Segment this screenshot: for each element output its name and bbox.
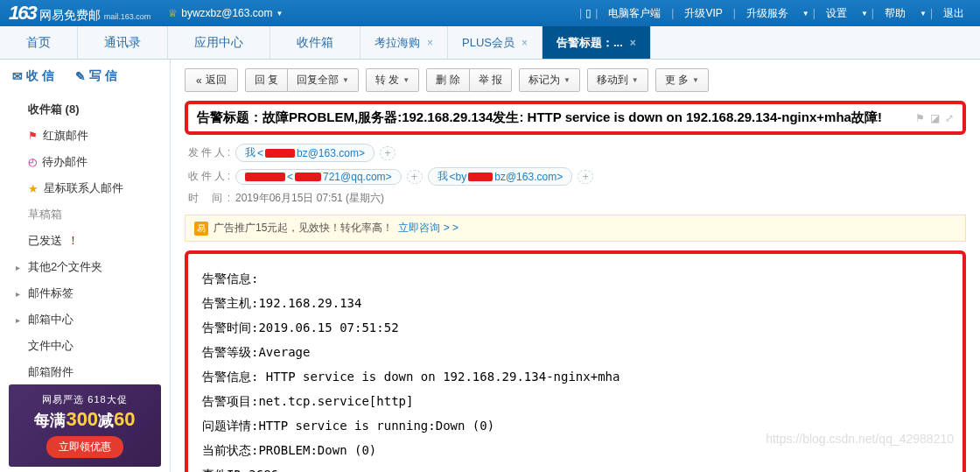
ad-bar: 易 广告推广15元起，见效快！转化率高！ 立即咨询 > > [185, 215, 966, 242]
forward-button[interactable]: 转 发▼ [366, 68, 419, 92]
chevron-down-icon: ▼ [402, 76, 410, 84]
folder-drafts[interactable]: 草稿箱 [0, 201, 170, 228]
main-tabs: 首页 通讯录 应用中心 收件箱 考拉海购× PLUS会员× 告警标题：...× [0, 26, 980, 60]
user-menu[interactable]: ♕ bywzxbz@163.com ▼ [168, 7, 283, 19]
chevron-right-icon: ▸ [16, 315, 23, 325]
options-icon[interactable]: ⤢ [945, 112, 954, 124]
tab-inbox[interactable]: 收件箱 [270, 26, 360, 59]
to-chip-1[interactable]: <721@qq.com> [235, 169, 402, 185]
mail-toolbar: «返回 回 复 回复全部▼ 转 发▼ 删 除 举 报 标记为▼ 移动到▼ 更 多… [185, 68, 966, 92]
tab-apps[interactable]: 应用中心 [168, 26, 270, 59]
link-vip[interactable]: 升级VIP [677, 6, 729, 21]
sidebar: ✉ 收 信 ✎ 写 信 收件箱 (8) ⚑红旗邮件 ◴待办邮件 ★星标联系人邮件… [0, 60, 171, 472]
chevron-down-icon: ▼ [861, 10, 868, 18]
folder-inbox[interactable]: 收件箱 (8) [0, 96, 170, 123]
link-settings[interactable]: 设置 [819, 6, 854, 21]
body-line: 当前状态:PROBLEM:Down (0) [202, 438, 948, 462]
top-header: 163 网易免费邮 mail.163.com ♕ bywzxbz@163.com… [0, 0, 980, 26]
ad-icon: 易 [194, 222, 208, 236]
time-row: 时 间: 2019年06月15日 07:51 (星期六) [188, 191, 962, 206]
body-line: 告警主机:192.168.29.134 [202, 291, 948, 315]
body-line: 告警时间:2019.06.15 07:51:52 [202, 315, 948, 340]
chevron-down-icon: ▼ [920, 10, 927, 18]
body-line: 告警等级:Average [202, 340, 948, 364]
chevron-down-icon: ▼ [692, 76, 699, 84]
crown-icon: ♕ [168, 7, 178, 19]
to-chip-2[interactable]: 我<bybz@163.com> [428, 167, 573, 186]
body-line: 事件ID:3686 [202, 462, 948, 472]
folder-filecenter[interactable]: 文件中心 [0, 333, 170, 359]
mail-subject: 告警标题：故障PROBLEM,服务器:192.168.29.134发生: HTT… [197, 109, 915, 126]
chevron-down-icon: ▼ [342, 76, 349, 84]
report-button[interactable]: 举 报 [470, 68, 512, 92]
flag-icon: ⚑ [28, 130, 38, 142]
ad-text: 广告推广15元起，见效快！转化率高！ [214, 221, 393, 236]
reply-all-button[interactable]: 回复全部▼ [288, 68, 359, 92]
mail-time: 2019年06月15日 07:51 (星期六) [235, 191, 384, 206]
folder-list: 收件箱 (8) ⚑红旗邮件 ◴待办邮件 ★星标联系人邮件 草稿箱 已发送！ ▸其… [0, 93, 170, 379]
receive-button[interactable]: ✉ 收 信 [12, 68, 54, 84]
chevron-down-icon: ▼ [276, 10, 283, 18]
tab-kaola[interactable]: 考拉海购× [360, 26, 448, 59]
time-label: 时 间: [188, 191, 230, 206]
body-line: 问题详情:HTTP service is running:Down (0) [202, 413, 948, 438]
body-line: 告警信息: [202, 266, 948, 291]
back-arrow-icon: « [196, 74, 202, 87]
close-icon[interactable]: × [427, 37, 433, 49]
tab-contacts[interactable]: 通讯录 [78, 26, 168, 59]
folder-todo[interactable]: ◴待办邮件 [0, 149, 170, 175]
mail-pane: «返回 回 复 回复全部▼ 转 发▼ 删 除 举 报 标记为▼ 移动到▼ 更 多… [171, 60, 980, 472]
move-button[interactable]: 移动到▼ [587, 68, 648, 92]
user-email: bywzxbz@163.com [181, 7, 272, 19]
folder-tags[interactable]: ▸邮件标签 [0, 280, 170, 306]
promo-title: 网易严选 618大促 [16, 393, 154, 406]
to-row: 收件人: <721@qq.com> + 我<bybz@163.com> + [188, 167, 962, 186]
compose-button[interactable]: ✎ 写 信 [75, 68, 117, 84]
tab-home[interactable]: 首页 [0, 26, 78, 59]
back-button[interactable]: «返回 [185, 68, 238, 92]
folder-flagged[interactable]: ⚑红旗邮件 [0, 123, 170, 149]
mail-body-highlight: 告警信息: 告警主机:192.168.29.134 告警时间:2019.06.1… [185, 250, 966, 472]
logo-subtext: mail.163.com [104, 12, 151, 21]
add-contact-button[interactable]: + [380, 146, 396, 160]
flag-icon[interactable]: ⚑ [915, 112, 925, 124]
close-icon[interactable]: × [630, 37, 636, 49]
folder-others[interactable]: ▸其他2个文件夹 [0, 254, 170, 280]
mark-button[interactable]: 标记为▼ [519, 68, 580, 92]
folder-attachments[interactable]: 邮箱附件 [0, 359, 170, 379]
tab-plus[interactable]: PLUS会员× [448, 26, 542, 59]
more-button[interactable]: 更 多▼ [655, 68, 709, 92]
mobile-icon[interactable]: ▯ [585, 7, 592, 19]
body-line: 告警项目:net.tcp.service[http] [202, 389, 948, 413]
folder-starred[interactable]: ★星标联系人邮件 [0, 175, 170, 201]
delete-button[interactable]: 删 除 [426, 68, 469, 92]
from-chip[interactable]: 我<bz@163.com> [235, 144, 374, 162]
logo[interactable]: 163 网易免费邮 mail.163.com [9, 2, 150, 25]
folder-mailcenter[interactable]: ▸邮箱中心 [0, 306, 170, 333]
link-desktop[interactable]: 电脑客户端 [601, 6, 668, 21]
close-icon[interactable]: × [522, 37, 528, 49]
chevron-right-icon: ▸ [16, 263, 23, 272]
chevron-down-icon: ▼ [632, 76, 639, 84]
logo-text: 网易免费邮 [39, 8, 101, 24]
subject-highlight: 告警标题：故障PROBLEM,服务器:192.168.29.134发生: HTT… [185, 101, 966, 135]
folder-sent[interactable]: 已发送！ [0, 228, 170, 254]
chevron-right-icon: ▸ [16, 289, 23, 299]
promo-banner[interactable]: 网易严选 618大促 每满300减60 立即领优惠 [9, 384, 161, 467]
link-upgrade[interactable]: 升级服务 [739, 6, 795, 21]
link-help[interactable]: 帮助 [878, 6, 913, 21]
promo-cta-button[interactable]: 立即领优惠 [46, 436, 123, 458]
reply-button[interactable]: 回 复 [245, 68, 288, 92]
ad-link[interactable]: 立即咨询 > > [398, 221, 458, 236]
add-contact-button[interactable]: + [578, 170, 593, 184]
from-label: 发件人: [188, 145, 230, 160]
tab-alert[interactable]: 告警标题：...× [542, 26, 651, 59]
link-logout[interactable]: 退出 [936, 6, 971, 21]
body-line: 告警信息: HTTP service is down on 192.168.29… [202, 364, 948, 389]
add-contact-button[interactable]: + [407, 170, 423, 184]
note-icon[interactable]: ◪ [930, 112, 940, 124]
clock-icon: ◴ [28, 156, 37, 168]
edit-icon: ✎ [75, 69, 86, 83]
header-links: | ▯ | 电脑客户端| 升级VIP| 升级服务▼| 设置▼| 帮助▼| 退出 [579, 6, 971, 21]
promo-subtitle: 每满300减60 [16, 408, 154, 431]
